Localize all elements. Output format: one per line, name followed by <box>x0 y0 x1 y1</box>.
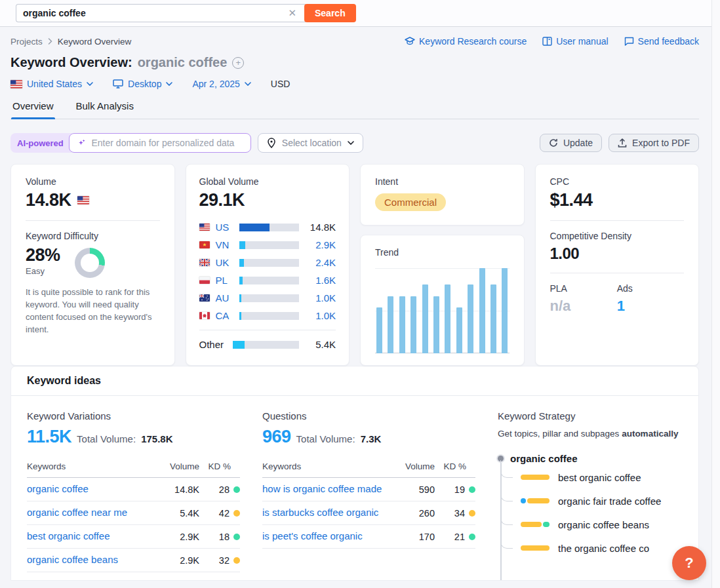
trend-bar <box>433 296 439 353</box>
keyword-kd: 34 <box>435 508 475 519</box>
strategy-child-node[interactable]: the organic coffee co <box>498 536 683 560</box>
search-input[interactable] <box>23 8 285 18</box>
kd-dot-icon <box>233 486 240 493</box>
keyword-link[interactable]: organic coffee <box>27 482 157 496</box>
page-title-keyword: organic coffee <box>138 55 228 70</box>
desktop-icon <box>113 79 123 88</box>
location-select-label: Select location <box>282 138 342 148</box>
ads-value[interactable]: 1 <box>617 298 684 315</box>
country-volume-value[interactable]: 2.4K <box>307 257 336 268</box>
country-volume-value[interactable]: 2.9K <box>307 239 336 250</box>
keyword-search-field[interactable]: ✕ <box>16 4 306 22</box>
keyword-ideas-panel: Keyword ideas Keyword Variations 11.5K T… <box>10 366 699 581</box>
tab-overview[interactable]: Overview <box>11 100 55 119</box>
kd-dot-icon <box>469 534 475 540</box>
keyword-link[interactable]: organic coffee near me <box>27 506 157 519</box>
country-code-link[interactable]: CA <box>216 310 235 321</box>
country-code-link[interactable]: PL <box>216 275 235 286</box>
strategy-subtitle: Get topics, pillar and subpages automati… <box>498 429 683 439</box>
country-volume-value[interactable]: 1.0K <box>307 292 336 304</box>
keyword-strategy-section: Keyword Strategy Get topics, pillar and … <box>498 410 683 572</box>
pla-label: PLA <box>550 283 617 294</box>
strategy-child-node[interactable]: organic coffee beans <box>498 513 683 536</box>
country-code-link[interactable]: AU <box>216 292 235 304</box>
global-volume-other-row: Other 5.4K <box>199 336 336 353</box>
keyword-research-course-link[interactable]: Keyword Research course <box>405 36 527 47</box>
kd-description: It is quite possible to rank for this ke… <box>26 286 160 336</box>
keyword-variations-section: Keyword Variations 11.5K Total Volume: 1… <box>27 410 240 572</box>
export-to-pdf-button[interactable]: Export to PDF <box>609 134 699 152</box>
help-button[interactable]: ? <box>672 546 706 580</box>
country-volume-value[interactable]: 1.6K <box>307 275 336 286</box>
country-filter[interactable]: United States <box>10 79 93 89</box>
global-volume-value: 29.1K <box>199 190 336 210</box>
keyword-link[interactable]: organic coffee beans <box>27 553 157 566</box>
keyword-link[interactable]: is peet's coffee organic <box>262 530 393 543</box>
col-kd: KD % <box>435 461 475 471</box>
strategy-child-node[interactable]: organic fair trade coffee <box>498 489 683 513</box>
strategy-child-node[interactable]: best organic coffee <box>498 465 683 489</box>
col-keywords: Keywords <box>27 461 157 471</box>
country-volume-value[interactable]: 1.0K <box>307 310 336 321</box>
kd-gauge <box>75 248 105 278</box>
keyword-volume: 2.9K <box>157 555 199 566</box>
vn-flag-icon <box>199 241 210 248</box>
user-manual-link[interactable]: User manual <box>542 36 608 47</box>
country-volume-bar <box>239 277 300 284</box>
competitive-density-label: Competitive Density <box>550 231 685 241</box>
us-flag-icon <box>199 224 210 231</box>
send-feedback-link[interactable]: Send feedback <box>624 36 699 47</box>
date-filter[interactable]: Apr 2, 2025 <box>192 79 250 89</box>
update-button[interactable]: Update <box>540 134 602 152</box>
questions-count[interactable]: 969 <box>262 427 291 447</box>
link-label: Keyword Research course <box>419 36 527 47</box>
kd-value: 28% <box>26 245 60 265</box>
breadcrumb: Projects Keyword Overview <box>10 37 131 47</box>
topic-pill-icon <box>521 498 550 503</box>
pla-value: n/a <box>550 298 617 315</box>
topic-pill-icon <box>521 545 550 551</box>
keyword-row: organic coffee near me 5.4K 42 <box>27 501 240 525</box>
trend-bar <box>468 284 473 353</box>
strategy-root-node[interactable]: organic coffee <box>498 453 683 464</box>
uk-flag-icon <box>199 259 210 266</box>
breadcrumb-keyword-overview[interactable]: Keyword Overview <box>58 37 132 47</box>
domain-input-field[interactable] <box>69 133 251 153</box>
other-volume-value: 5.4K <box>307 339 336 350</box>
chat-bubble-icon <box>624 37 634 46</box>
us-flag-icon <box>77 196 89 205</box>
breadcrumb-projects[interactable]: Projects <box>10 37 43 47</box>
table-header: Keywords Volume KD % <box>262 461 475 478</box>
intent-card: Intent Commercial <box>360 164 525 225</box>
country-code-link[interactable]: US <box>216 222 235 233</box>
country-code-link[interactable]: VN <box>216 239 235 250</box>
keyword-link[interactable]: is starbucks coffee organic <box>262 506 393 519</box>
keyword-row: how is organic coffee made 590 19 <box>262 478 475 501</box>
competitive-density-value: 1.00 <box>550 245 685 263</box>
domain-input[interactable] <box>92 138 243 148</box>
table-header: Keywords Volume KD % <box>27 461 240 478</box>
tab-bulk-analysis[interactable]: Bulk Analysis <box>75 100 135 119</box>
location-select[interactable]: Select location <box>258 133 363 153</box>
trend-bar-chart <box>375 268 510 353</box>
keyword-kd: 21 <box>435 532 475 542</box>
global-volume-row: VN 2.9K <box>199 236 336 254</box>
questions-total-label: Total Volume: <box>296 433 355 444</box>
country-volume-bar <box>239 294 300 302</box>
device-filter[interactable]: Desktop <box>113 79 172 89</box>
page-title: Keyword Overview: <box>10 55 132 70</box>
keyword-link[interactable]: how is organic coffee made <box>262 482 393 496</box>
global-volume-card: Global Volume 29.1K US 14.8K VN 2.9K UK … <box>186 164 350 366</box>
country-code-link[interactable]: UK <box>216 257 235 268</box>
variations-count[interactable]: 11.5K <box>27 427 71 447</box>
add-keyword-icon[interactable]: + <box>232 57 244 69</box>
topic-pill-icon <box>521 522 550 527</box>
strategy-child-label: the organic coffee co <box>558 543 649 554</box>
search-button[interactable]: Search <box>304 4 356 22</box>
keyword-volume: 5.4K <box>157 508 199 519</box>
scrollbar-track[interactable] <box>711 0 720 588</box>
trend-bar <box>490 284 496 353</box>
keyword-link[interactable]: best organic coffee <box>27 530 157 543</box>
clear-search-icon[interactable]: ✕ <box>285 7 299 19</box>
chevron-down-icon <box>348 141 354 145</box>
